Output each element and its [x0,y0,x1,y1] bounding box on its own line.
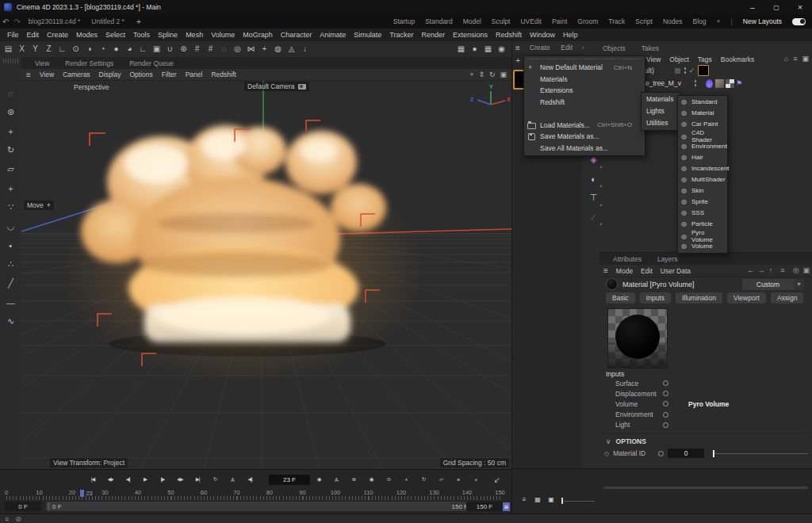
zoom-tool-icon[interactable] [2,66,19,82]
filter-icon[interactable]: ≡ [780,266,784,274]
menubar-item[interactable]: Spline [154,31,182,39]
port-icon[interactable] [663,401,668,407]
sound-button[interactable]: ◀) [241,472,259,487]
snap-icon[interactable]: ∪ [163,43,177,56]
flag-tag-icon[interactable]: ⚑ [736,79,742,87]
menu-item[interactable]: C4D Shader [678,129,727,140]
list-view-icon[interactable]: ≡ [519,494,530,505]
pyro-tag-icon[interactable] [706,79,713,88]
key-snap-button[interactable]: × [467,472,485,487]
attributes-menu-icon[interactable]: ≡ [603,266,608,275]
new-tab-button[interactable]: + [136,17,141,26]
play-button[interactable]: ▶ [136,472,154,487]
menubar-item[interactable]: Mesh [182,31,207,39]
layout-tab[interactable]: Paint [552,17,567,25]
input-row[interactable]: › Displacement [599,388,812,399]
workplane-icon[interactable]: ∟ [136,43,150,56]
menubar-item[interactable]: MoGraph [239,31,277,39]
menu-item[interactable]: › [524,108,645,120]
enable-dots-icon[interactable] [684,67,687,74]
port-icon[interactable] [658,451,664,456]
close-button[interactable] [788,0,812,14]
spline-sketch-icon[interactable]: ∿ [2,313,19,330]
menubar-item[interactable]: Render [417,31,449,39]
attributes-menu-item[interactable]: User Data [661,267,691,275]
undo-icon[interactable]: ↶ [2,17,9,26]
menubar-item[interactable]: Window [526,31,559,39]
menubar-item[interactable]: File [3,31,23,39]
live-selection-icon[interactable]: ◌ [2,85,19,101]
guide-icon[interactable]: ◎ [231,43,244,56]
menubar-item[interactable]: Extensions [449,31,492,39]
material-ball-thumbnail[interactable] [606,278,618,290]
axis-modify-icon[interactable]: + [258,43,271,56]
next-frame-button[interactable]: |▶ [154,472,171,487]
up-icon[interactable]: ↑ [769,266,773,274]
layout-tab[interactable]: Sculpt [492,17,511,25]
menubar-item[interactable]: Modes [72,31,102,39]
toggle-view-icon[interactable]: ▣ [500,71,507,78]
attribute-section-tab[interactable]: Viewport [727,292,766,303]
rotate-view-icon[interactable]: ↻ [489,71,496,78]
record-position-button[interactable]: ◉ [362,472,380,487]
object-row[interactable]: e_tree_M_v ⚑ [645,78,742,89]
menu-item[interactable]: New Default Material Ctrl+N › [524,62,645,74]
magnet-tool-icon[interactable]: ∵ [2,199,19,216]
object-manager-menu-item[interactable]: Object [669,55,689,63]
quantize-icon[interactable]: ⊛ [177,43,190,56]
port-icon[interactable] [663,380,668,386]
redo-icon[interactable]: ↷ [13,17,20,26]
menu-icon[interactable]: ≡ [5,515,9,523]
menubar-item[interactable]: Tools [129,31,154,39]
layout-tab[interactable]: Model [463,17,481,25]
material-tag-icon[interactable] [698,65,709,76]
port-icon[interactable] [663,422,668,428]
thumbnail-size-slider[interactable] [561,498,595,504]
menubar-item[interactable]: Create [43,31,72,39]
stage-icon[interactable]: ⊤ [585,189,602,206]
menu-item[interactable]: Load Materials... Ctrl+Shift+O › [524,120,645,132]
playback-loop-button[interactable]: ↻ [206,472,224,487]
new-layouts-label[interactable]: New Layouts [743,17,782,25]
menu-item[interactable]: Lights › [642,105,680,116]
layout-tab[interactable]: Nodes [663,17,683,25]
layouts-toggle[interactable] [792,18,806,25]
polygon-mode-icon[interactable]: ● [109,43,123,56]
viewport-menu-item[interactable]: Cameras [63,71,90,78]
attributes-menu-item[interactable]: Mode [616,267,633,275]
back-icon[interactable]: ← [747,266,754,274]
port-icon[interactable] [663,412,668,418]
point-mode-icon[interactable]: ◕ [123,43,136,56]
viewport-menu-item[interactable]: Filter [162,71,177,78]
timeline-options-icon[interactable]: ≣ [503,502,510,511]
menu-item[interactable]: Utilities › [642,116,680,128]
material-manager-menu-item[interactable]: Edit [556,43,577,52]
menu-item[interactable]: Skin [678,185,727,196]
options-group[interactable]: ∨ OPTIONS [606,437,646,445]
viewport-menu-item[interactable]: View [40,71,54,78]
next-key-button[interactable]: ●▶ [171,472,189,487]
menu-item[interactable]: Hair [678,151,727,162]
horizontal-scrollbar[interactable] [603,487,808,489]
prev-frame-button[interactable]: ◀| [119,472,136,487]
panel-tab[interactable]: Takes [634,43,667,54]
object-mode-icon[interactable]: ◑ [82,43,96,56]
material-preview[interactable] [607,308,668,368]
input-row[interactable]: › Surface [599,378,812,388]
menu-item[interactable]: Car Paint [678,118,727,129]
attributes-menu-item[interactable]: Edit [641,267,653,275]
preset-dropdown[interactable]: Custom ▼ [742,279,804,290]
menubar-item[interactable]: Help [559,31,582,39]
timeline-ruler[interactable]: 0102030405060708090100110120130140150 [0,489,511,496]
menu-item[interactable]: MultiShader [678,174,727,185]
key-parameter-icon[interactable]: ≡ [450,472,467,487]
editor-toggle-icon[interactable] [675,68,680,74]
material-manager-menu-item[interactable]: Create [525,43,555,52]
panel-tab[interactable]: Objects [595,43,634,54]
attribute-section-tab[interactable]: Inputs [640,292,671,303]
layout-tab[interactable]: UVEdit [520,17,541,25]
forward-icon[interactable]: → [758,266,765,274]
current-frame-field[interactable]: 23 F [269,475,310,485]
home-icon[interactable]: ⌂ [784,55,788,63]
record-parameter-button[interactable]: ⊙ [380,472,397,487]
